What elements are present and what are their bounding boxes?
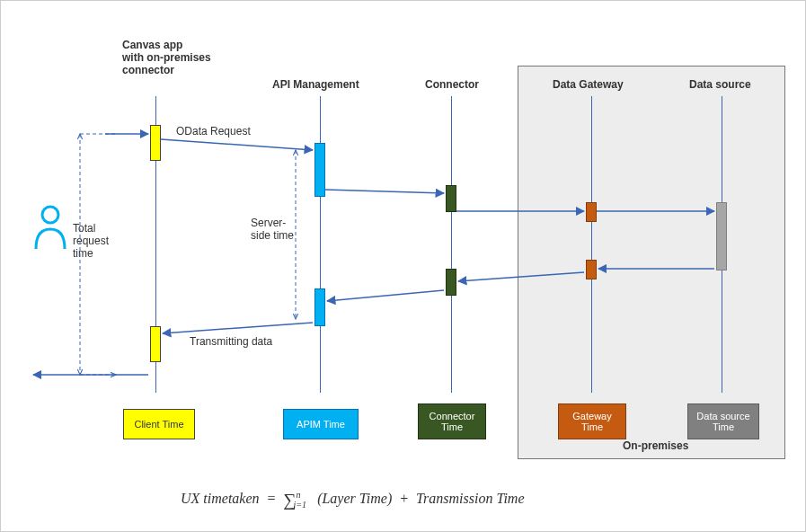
activation-apim-start	[314, 143, 325, 197]
svg-line-2	[161, 139, 313, 150]
header-apim: API Management	[272, 78, 359, 91]
activation-connector-resp	[446, 269, 456, 296]
formula-sum-lower: i=1	[294, 500, 307, 510]
activation-apim-resp	[314, 288, 325, 326]
formula-lhs: UX timetaken	[181, 491, 260, 506]
formula-term2: Transmission Time	[416, 491, 524, 506]
header-canvas: Canvas app with on-premises connector	[122, 39, 211, 76]
formula-eq: =	[267, 491, 277, 506]
activation-client-end	[150, 326, 161, 362]
user-icon	[32, 204, 68, 253]
label-total-request-time: Total request time	[73, 222, 109, 260]
on-premises-container	[518, 66, 785, 459]
header-connector: Connector	[425, 78, 479, 91]
activation-gateway-resp	[586, 260, 597, 279]
lifeline-apim	[320, 96, 321, 393]
diagram-frame: On-premises Canvas app with on-premises …	[0, 0, 806, 532]
timebox-datasource: Data source Time	[687, 403, 759, 439]
activation-client-start	[150, 125, 161, 161]
timebox-client: Client Time	[123, 409, 195, 439]
activation-gateway-req	[586, 202, 597, 222]
activation-datasource	[716, 202, 727, 270]
svg-line-9	[163, 323, 313, 333]
timebox-gateway: Gateway Time	[558, 403, 626, 439]
lifeline-gateway	[591, 96, 592, 393]
label-odata-request: OData Request	[176, 125, 251, 137]
svg-point-0	[42, 207, 58, 223]
formula-plus: +	[399, 491, 409, 506]
timebox-connector: Connector Time	[418, 403, 486, 439]
svg-line-3	[325, 190, 444, 193]
header-datasource: Data source	[689, 78, 751, 91]
timebox-apim: APIM Time	[283, 409, 359, 439]
formula-term1: (Layer Time)	[317, 491, 392, 506]
label-server-side-time: Server- side time	[251, 217, 294, 242]
activation-connector-req	[446, 185, 456, 212]
svg-line-8	[327, 290, 444, 301]
header-gateway: Data Gateway	[553, 78, 624, 91]
lifeline-connector	[451, 96, 452, 393]
label-transmitting-data: Transmitting data	[190, 335, 272, 348]
formula-sum-upper: n	[297, 490, 301, 500]
on-premises-label: On-premises	[623, 439, 688, 452]
formula: UX timetaken = ∑ni=1 (Layer Time) + Tran…	[181, 490, 525, 510]
